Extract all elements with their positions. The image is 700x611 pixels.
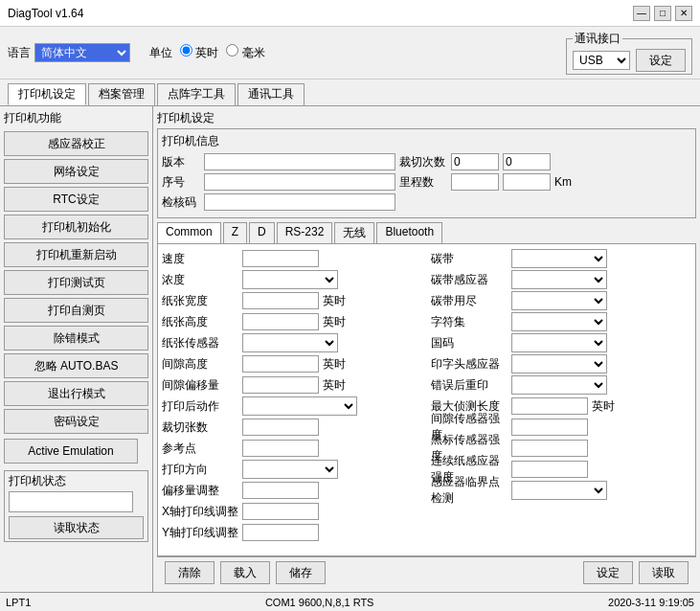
tab-comm-tool[interactable]: 通讯工具 — [237, 83, 305, 105]
black-sensor-strength-input[interactable] — [511, 440, 588, 457]
post-print-select[interactable] — [242, 396, 357, 416]
checksum-row: 检核码 — [162, 193, 691, 211]
read-status-button[interactable]: 读取状态 — [9, 516, 144, 539]
settings-right-col: 碳带 碳带感应器 碳带用尽 字符集 — [431, 248, 692, 543]
paper-sensor-select[interactable] — [242, 333, 338, 352]
rtc-settings-button[interactable]: RTC设定 — [4, 187, 148, 212]
mileage-label: 里程数 — [399, 174, 447, 191]
gap-sensor-strength-input[interactable] — [511, 419, 588, 436]
maximize-button[interactable]: □ — [654, 6, 671, 21]
head-sensor-select[interactable] — [511, 354, 607, 373]
ref-point-input[interactable] — [242, 440, 319, 457]
minimize-button[interactable]: — — [633, 6, 650, 21]
ignore-autobas-button[interactable]: 忽略 AUTO.BAS — [4, 353, 148, 378]
paper-height-label: 纸张高度 — [162, 314, 238, 330]
version-input[interactable] — [204, 153, 395, 170]
print-selftest-button[interactable]: 打印自测页 — [4, 298, 148, 323]
ribbon-select[interactable] — [511, 249, 607, 268]
language-select[interactable]: 简体中文 — [34, 43, 130, 62]
density-select[interactable] — [242, 270, 338, 289]
serial-label: 序号 — [162, 174, 200, 191]
gap-offset-label: 间隙偏移量 — [162, 377, 238, 394]
cut-count2-input[interactable] — [503, 153, 551, 170]
ribbon-end-row: 碳带用尽 — [431, 290, 692, 311]
gap-height-input[interactable] — [242, 355, 319, 373]
offset-adj-row: 偏移量调整 — [162, 480, 423, 501]
tab-printer-settings[interactable]: 打印机设定 — [8, 83, 86, 105]
status-port2: COM1 9600,N,8,1 RTS — [265, 597, 374, 608]
set-button[interactable]: 设定 — [583, 561, 633, 584]
unit-yingshi-radio[interactable] — [180, 44, 192, 57]
ribbon-sensor-select[interactable] — [511, 270, 607, 289]
reprint-select[interactable] — [511, 375, 607, 395]
ribbon-end-select[interactable] — [511, 291, 607, 310]
network-settings-button[interactable]: 网络设定 — [4, 159, 148, 184]
unit-haomi-radio[interactable] — [226, 44, 238, 57]
mileage-input2[interactable] — [503, 173, 551, 191]
save-button[interactable]: 储存 — [276, 561, 326, 584]
tab-file-mgmt[interactable]: 档案管理 — [88, 83, 155, 105]
y-adj-input[interactable] — [242, 524, 319, 541]
sensor-threshold-label: 感应器临界点检测 — [431, 474, 508, 507]
version-row: 版本 裁切次数 — [162, 153, 691, 170]
sensor-threshold-select[interactable] — [511, 481, 607, 500]
cut-count-input[interactable] — [242, 419, 319, 436]
inner-tab-common[interactable]: Common — [157, 222, 221, 243]
checksum-input[interactable] — [204, 193, 395, 211]
offset-adj-input[interactable] — [242, 482, 319, 499]
comport-set-button[interactable]: 设定 — [636, 49, 686, 72]
max-detect-input[interactable] — [511, 397, 588, 415]
top-bar: 语言 简体中文 单位 英时 毫米 通讯接口 USB 设定 — [0, 27, 700, 79]
mileage-input[interactable] — [451, 173, 499, 191]
ribbon-sensor-label: 碳带感应器 — [431, 272, 508, 288]
density-row: 浓度 — [162, 269, 423, 290]
inner-tab-d[interactable]: D — [249, 222, 275, 243]
head-sensor-label: 印字头感应器 — [431, 356, 508, 373]
country-code-row: 国码 — [431, 332, 692, 353]
window-controls: — □ ✕ — [633, 6, 692, 21]
paper-height-input[interactable] — [242, 313, 319, 330]
password-settings-button[interactable]: 密码设定 — [4, 409, 148, 434]
post-print-row: 打印后动作 — [162, 396, 423, 417]
country-code-select[interactable] — [511, 333, 607, 352]
serial-input[interactable] — [204, 173, 395, 191]
charset-select[interactable] — [511, 312, 607, 331]
inner-tab-wireless[interactable]: 无线 — [334, 222, 374, 243]
cont-sensor-strength-input[interactable] — [511, 461, 588, 478]
inner-tab-bluetooth[interactable]: Bluetooth — [376, 222, 442, 243]
x-adj-input[interactable] — [242, 503, 319, 520]
inner-tab-rs232[interactable]: RS-232 — [277, 222, 333, 243]
settings-left-col: 速度 浓度 纸张宽度 英时 纸张高度 — [162, 248, 423, 543]
language-section: 语言 简体中文 — [8, 43, 130, 62]
clear-button[interactable]: 清除 — [165, 561, 215, 584]
sensor-calibrate-button[interactable]: 感应器校正 — [4, 131, 148, 156]
cut-count-label2: 裁切张数 — [162, 419, 238, 436]
sensor-threshold-row: 感应器临界点检测 — [431, 480, 692, 501]
gap-offset-row: 间隙偏移量 英时 — [162, 374, 423, 396]
active-emulation-button[interactable]: Active Emulation — [4, 439, 138, 464]
debug-mode-button[interactable]: 除错模式 — [4, 326, 148, 351]
exit-line-mode-button[interactable]: 退出行模式 — [4, 381, 148, 406]
load-button[interactable]: 载入 — [220, 561, 270, 584]
main-tab-bar: 打印机设定 档案管理 点阵字工具 通讯工具 — [0, 79, 700, 105]
comport-select[interactable]: USB — [573, 51, 630, 70]
y-adj-label: Y轴打印线调整 — [162, 525, 238, 541]
speed-input[interactable] — [242, 250, 319, 267]
gap-offset-input[interactable] — [242, 376, 319, 394]
read-button[interactable]: 读取 — [639, 561, 689, 584]
bottom-bar: 清除 载入 储存 设定 读取 — [157, 556, 696, 588]
serial-row: 序号 里程数 Km — [162, 173, 691, 191]
inner-tab-z[interactable]: Z — [223, 222, 247, 243]
printer-status-section: 打印机状态 读取状态 — [4, 470, 148, 542]
close-button[interactable]: ✕ — [675, 6, 692, 21]
print-test-button[interactable]: 打印测试页 — [4, 270, 148, 295]
paper-width-input[interactable] — [242, 292, 319, 309]
cut-count1-input[interactable] — [451, 153, 499, 170]
app-title: DiagTool v1.64 — [8, 7, 83, 20]
print-dir-select[interactable] — [242, 460, 338, 479]
printer-init-button[interactable]: 打印机初始化 — [4, 215, 148, 239]
tab-dot-font[interactable]: 点阵字工具 — [157, 83, 236, 105]
settings-grid: 速度 浓度 纸张宽度 英时 纸张高度 — [162, 248, 691, 543]
printer-restart-button[interactable]: 打印机重新启动 — [4, 242, 148, 267]
gap-height-unit: 英时 — [323, 356, 346, 373]
